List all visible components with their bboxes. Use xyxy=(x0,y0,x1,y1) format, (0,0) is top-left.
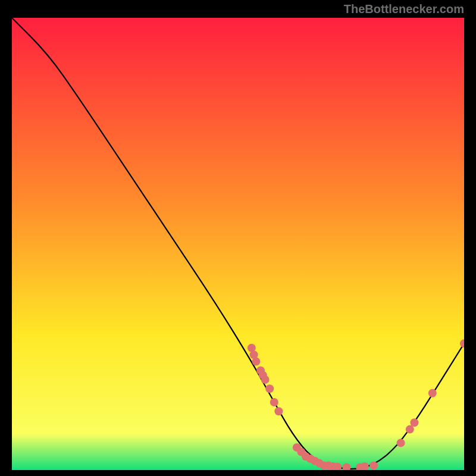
data-point xyxy=(261,375,270,384)
data-point xyxy=(270,398,278,406)
chart-frame xyxy=(12,18,464,470)
data-point xyxy=(397,439,405,447)
data-point xyxy=(274,407,283,415)
data-point xyxy=(406,425,414,434)
data-point xyxy=(265,384,274,393)
data-point xyxy=(252,358,260,366)
data-point xyxy=(428,389,437,397)
bottleneck-curve-chart xyxy=(12,18,464,470)
attribution-text: TheBottlenecker.com xyxy=(344,2,464,16)
gradient-background xyxy=(12,18,464,470)
data-point xyxy=(369,461,378,469)
data-point xyxy=(410,418,418,427)
